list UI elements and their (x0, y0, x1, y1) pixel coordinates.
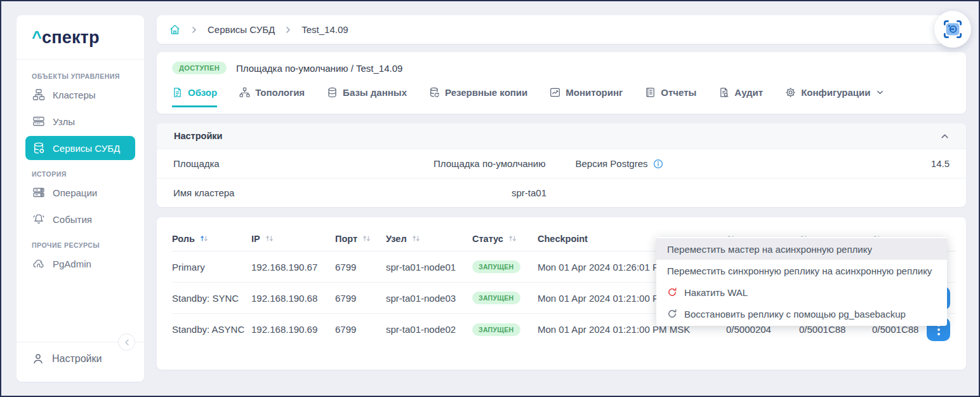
sidebar-item-events[interactable]: События (25, 207, 135, 231)
field-value-postgres-version: 14.5 (931, 158, 950, 169)
sidebar-collapse-button[interactable] (118, 333, 135, 351)
service-header-card: ДОСТУПЕН Площадка по-умолчанию / Test_14… (157, 52, 966, 114)
sidebar-item-label: Кластеры (53, 90, 96, 100)
row-context-menu: Переместить мастер на асинхронную реплик… (656, 237, 947, 326)
settings-panel-title: Настройки (174, 131, 223, 141)
tab-audit[interactable]: Аудит (718, 77, 763, 107)
sidebar-item-nodes[interactable]: Узлы (25, 109, 135, 133)
settings-row: Имя кластера spr-ta01 (157, 178, 966, 206)
column-header-port[interactable]: Порт (335, 234, 386, 244)
tab-bar: Обзор Топология Базы данных Резервные ко… (157, 77, 966, 107)
database-icon (327, 87, 338, 98)
monitoring-chart-icon (550, 87, 560, 98)
audit-doc-search-icon (718, 87, 729, 98)
sidebar-item-db-services[interactable]: Сервисы СУБД (25, 136, 135, 160)
cell-ip: 192.168.190.69 (251, 324, 335, 335)
sidebar: ^спектр ОБЪЕКТЫ УПРАВЛЕНИЯ Кластеры Узлы… (17, 15, 144, 382)
column-header-role[interactable]: Роль (172, 234, 251, 244)
refresh-icon (667, 287, 677, 297)
tab-label: Резервные копии (445, 87, 527, 98)
breadcrumb-item-current: Test_14.09 (301, 24, 348, 35)
sidebar-item-pgadmin[interactable]: PgAdmin (25, 252, 135, 276)
sidebar-section-history: ИСТОРИЯ (32, 170, 129, 178)
status-badge: ДОСТУПЕН (172, 62, 227, 74)
sort-icon[interactable] (508, 234, 517, 243)
status-badge-running: ЗАПУЩЕН (472, 323, 520, 336)
sort-icon[interactable] (362, 234, 371, 243)
menu-item-label: Накатить WAL (684, 287, 748, 298)
sidebar-item-label: Операции (53, 187, 97, 198)
cell-role: Standby: ASYNC (172, 324, 251, 335)
tab-monitoring[interactable]: Мониторинг (550, 77, 623, 107)
sidebar-item-label: Узлы (53, 116, 75, 127)
sort-icon[interactable] (411, 234, 421, 243)
menu-item-apply-wal[interactable]: Накатить WAL (656, 281, 947, 303)
pgadmin-elephant-icon (32, 257, 45, 270)
chevron-down-icon (877, 89, 884, 96)
refresh-icon (667, 309, 677, 319)
nodes-icon (32, 115, 45, 128)
status-badge-running: ЗАПУЩЕН (472, 260, 520, 273)
tab-databases[interactable]: Базы данных (327, 77, 407, 107)
cell-node: spr-ta01-node03 (386, 293, 472, 304)
cell-role: Primary (172, 262, 251, 273)
column-header-ip[interactable]: IP (251, 234, 335, 244)
cell-role: Standby: SYNC (172, 293, 251, 304)
info-icon[interactable] (653, 159, 663, 169)
breadcrumb-item-db-services[interactable]: Сервисы СУБД (208, 24, 275, 35)
chevron-up-icon (941, 132, 949, 140)
tab-topology[interactable]: Топология (239, 77, 305, 107)
menu-item-switch-sync-replica[interactable]: Переместить синхронную реплику на асинхр… (656, 260, 947, 281)
sidebar-item-label: PgAdmin (53, 259, 91, 269)
tab-label: Мониторинг (566, 87, 623, 98)
chevron-left-icon (123, 339, 131, 346)
cell-port: 6799 (335, 262, 386, 273)
cell-node: spr-ta01-node01 (386, 262, 472, 273)
settings-row: Площадка Площадка по-умолчанию Версия Po… (157, 149, 966, 178)
menu-item-label: Переместить мастер на асинхронную реплик… (667, 244, 872, 255)
clusters-icon (32, 88, 45, 101)
user-icon (32, 353, 44, 365)
app-logo[interactable]: ^спектр (17, 15, 144, 60)
sidebar-item-clusters[interactable]: Кластеры (25, 83, 135, 107)
cell-port: 6799 (335, 293, 386, 304)
field-value-site: Площадка по-умолчанию (434, 158, 546, 169)
collapse-panel-button[interactable] (941, 132, 949, 140)
column-header-status[interactable]: Статус (472, 234, 538, 244)
cell-port: 6799 (335, 324, 386, 335)
camera-screenshot-icon (941, 17, 965, 41)
topology-icon (239, 87, 250, 98)
sidebar-item-operations[interactable]: Операции (25, 180, 135, 205)
tab-overview[interactable]: Обзор (172, 77, 217, 107)
tab-configurations[interactable]: Конфигурации (785, 77, 884, 107)
tab-reports[interactable]: Отчеты (645, 77, 696, 107)
sidebar-settings-label: Настройки (52, 353, 102, 365)
gear-icon (785, 87, 796, 98)
backup-database-icon (429, 87, 440, 98)
sidebar-item-label: Сервисы СУБД (53, 143, 120, 154)
menu-item-label: Восстановить реплику с помощью pg_baseba… (684, 309, 906, 320)
field-label-cluster-name: Имя кластера (173, 187, 234, 198)
sort-icon[interactable] (265, 234, 274, 243)
sort-icon[interactable] (199, 234, 209, 243)
chevron-right-icon (284, 26, 292, 34)
menu-item-switchover-master[interactable]: Переместить мастер на асинхронную реплик… (656, 238, 947, 260)
field-value-cluster-name: spr-ta01 (512, 187, 546, 198)
screenshot-tool-button[interactable] (934, 11, 971, 48)
cell-node: spr-ta01-node02 (386, 324, 472, 335)
field-label-postgres-version: Версия Postgres (576, 158, 648, 169)
tab-label: Конфигурации (801, 87, 870, 98)
operations-icon (32, 186, 45, 199)
events-bell-icon (32, 213, 45, 225)
sidebar-item-settings[interactable]: Настройки (32, 353, 129, 365)
column-header-node[interactable]: Узел (386, 234, 472, 244)
chevron-right-icon (190, 26, 198, 34)
cell-ip: 192.168.190.67 (251, 262, 335, 273)
field-label-site: Площадка (173, 158, 220, 169)
tab-label: Обзор (188, 87, 217, 98)
tab-label: Отчеты (661, 87, 696, 98)
menu-item-restore-pg-basebackup[interactable]: Восстановить реплику с помощью pg_baseba… (656, 303, 947, 325)
status-badge-running: ЗАПУЩЕН (472, 292, 520, 304)
home-icon[interactable] (169, 24, 181, 36)
tab-backups[interactable]: Резервные копии (429, 77, 527, 107)
